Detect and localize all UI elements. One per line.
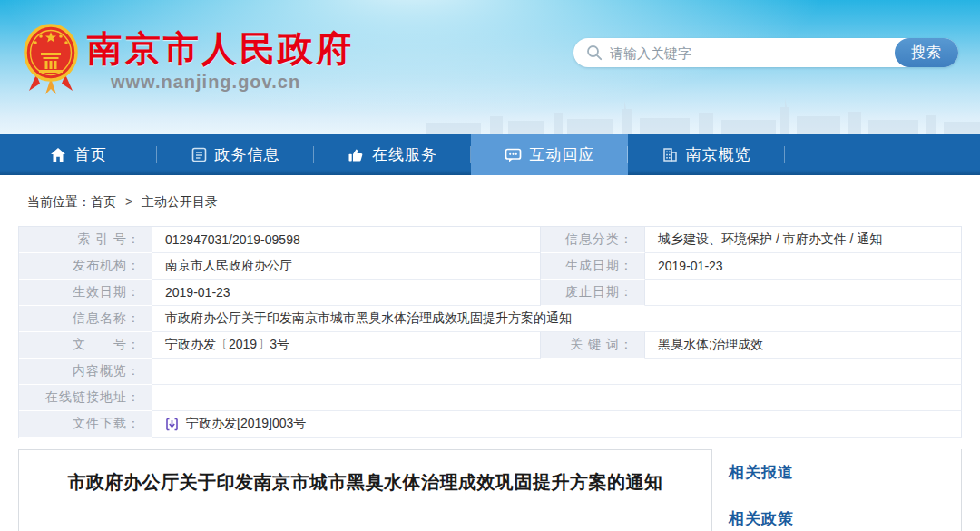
- document-info-table: 索 引 号： 012947031/2019-09598 信息分类： 城乡建设、环…: [18, 226, 962, 438]
- breadcrumb: 当前位置：首页 > 主动公开目录: [0, 175, 980, 226]
- content-section: 市政府办公厅关于印发南京市城市黑臭水体治理成效巩固提升方案的通知 相关报道 相关…: [18, 449, 962, 531]
- table-row: 文 号： 宁政办发〔2019〕3号 关 键 词： 黑臭水体;治理成效: [19, 332, 962, 359]
- effective-date-label: 生效日期：: [19, 280, 152, 306]
- file-download-label: 文件下载：: [19, 411, 152, 438]
- site-url: www.nanjing.gov.cn: [111, 72, 354, 93]
- chat-icon: [505, 147, 522, 163]
- related-reports-link[interactable]: 相关报道: [729, 462, 961, 483]
- repeal-date-label: 废止日期：: [541, 280, 645, 306]
- site-header: 南京市人民政府 www.nanjing.gov.cn 搜索: [0, 0, 980, 134]
- info-name-label: 信息名称：: [19, 306, 152, 332]
- info-category-value: 城乡建设、环境保护 / 市府办文件 / 通知: [645, 227, 962, 253]
- home-icon: [50, 147, 66, 163]
- search-button[interactable]: 搜索: [895, 38, 958, 67]
- nav-item-gov-info[interactable]: 政务信息: [157, 134, 314, 175]
- thumbs-up-icon: [348, 147, 364, 163]
- document-number-value: 宁政办发〔2019〕3号: [152, 332, 541, 359]
- online-link-label: 在线链接地址：: [19, 385, 152, 411]
- building-icon: [662, 147, 678, 162]
- repeal-date-value: [645, 280, 962, 306]
- related-sidebar: 相关报道 相关政策: [712, 449, 962, 531]
- nav-label: 在线服务: [372, 144, 437, 165]
- issuing-agency-label: 发布机构：: [19, 253, 152, 280]
- breadcrumb-separator: >: [125, 194, 132, 209]
- nav-label: 南京概览: [686, 144, 751, 165]
- issuing-agency-value: 南京市人民政府办公厅: [152, 253, 541, 280]
- effective-date-value: 2019-01-23: [152, 280, 541, 306]
- article-title: 市政府办公厅关于印发南京市城市黑臭水体治理成效巩固提升方案的通知: [19, 470, 711, 495]
- related-policies-link[interactable]: 相关政策: [729, 508, 961, 529]
- search-icon: [586, 44, 603, 61]
- breadcrumb-current: 主动公开目录: [142, 194, 218, 209]
- creation-date-label: 生成日期：: [541, 253, 645, 280]
- table-row: 发布机构： 南京市人民政府办公厅 生成日期： 2019-01-23: [19, 253, 962, 280]
- keywords-value: 黑臭水体;治理成效: [645, 332, 962, 359]
- nav-item-home[interactable]: 首页: [0, 134, 157, 175]
- file-download-link[interactable]: 宁政办发[2019]003号: [186, 416, 306, 432]
- table-row: 文件下载： 宁政办发[2019]003号: [19, 411, 962, 438]
- site-logo-block[interactable]: 南京市人民政府 www.nanjing.gov.cn: [24, 24, 354, 94]
- table-row: 生效日期： 2019-01-23 废止日期：: [19, 280, 962, 306]
- creation-date-value: 2019-01-23: [645, 253, 962, 280]
- table-row: 内容概览：: [19, 359, 962, 385]
- document-number-label: 文 号：: [19, 332, 152, 359]
- breadcrumb-prefix: 当前位置：: [27, 194, 91, 209]
- table-row: 索 引 号： 012947031/2019-09598 信息分类： 城乡建设、环…: [19, 227, 962, 253]
- info-category-label: 信息分类：: [541, 227, 645, 253]
- city-skyline-image: [417, 96, 980, 134]
- info-name-value: 市政府办公厅关于印发南京市城市黑臭水体治理成效巩固提升方案的通知: [152, 306, 962, 332]
- nav-item-online-services[interactable]: 在线服务: [314, 134, 471, 175]
- content-overview-value: [152, 359, 962, 385]
- search-bar: 搜索: [573, 38, 958, 67]
- download-icon: [165, 418, 179, 431]
- main-nav: 首页 政务信息 在线服务: [0, 134, 980, 175]
- national-emblem-icon: [24, 24, 78, 94]
- table-row: 信息名称： 市政府办公厅关于印发南京市城市黑臭水体治理成效巩固提升方案的通知: [19, 306, 962, 332]
- search-input[interactable]: [610, 45, 895, 61]
- site-name: 南京市人民政府: [87, 31, 354, 68]
- nav-label: 首页: [74, 144, 107, 165]
- table-row: 在线链接地址：: [19, 385, 962, 411]
- nav-item-nanjing-overview[interactable]: 南京概览: [628, 134, 785, 175]
- keywords-label: 关 键 词：: [541, 332, 645, 359]
- index-number-label: 索 引 号：: [19, 227, 152, 253]
- article-box: 市政府办公厅关于印发南京市城市黑臭水体治理成效巩固提升方案的通知: [18, 449, 712, 531]
- document-icon: [191, 147, 207, 162]
- content-overview-label: 内容概览：: [19, 359, 152, 385]
- nav-item-interaction[interactable]: 互动回应: [471, 134, 628, 175]
- nav-label: 互动回应: [530, 144, 595, 165]
- breadcrumb-home-link[interactable]: 首页: [91, 194, 116, 209]
- online-link-value: [152, 385, 962, 411]
- nav-label: 政务信息: [215, 144, 280, 165]
- index-number-value: 012947031/2019-09598: [152, 227, 541, 253]
